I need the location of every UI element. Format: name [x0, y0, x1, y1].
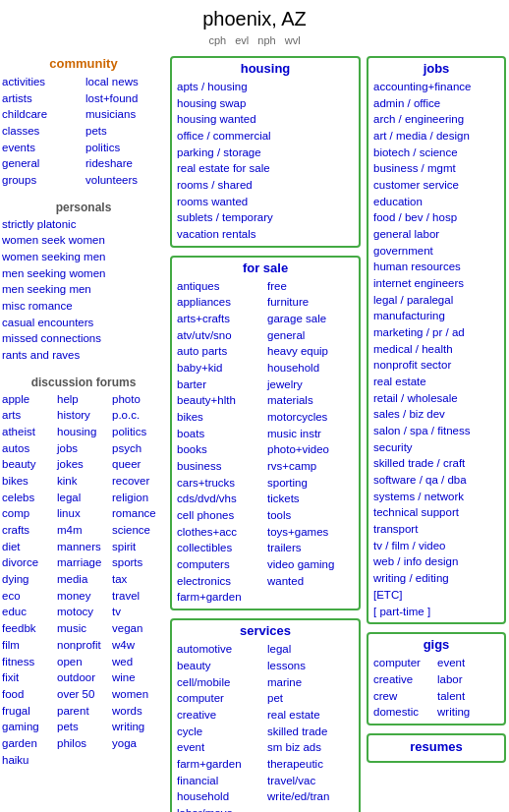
link-pet-svc[interactable]: pet: [267, 690, 354, 707]
link-yoga[interactable]: yoga: [112, 735, 165, 752]
link-women[interactable]: women: [112, 686, 165, 703]
link-customer-service[interactable]: customer service: [373, 177, 499, 194]
link-accounting[interactable]: accounting+finance: [373, 79, 499, 95]
link-marine[interactable]: marine: [267, 674, 354, 691]
link-comp[interactable]: comp: [2, 505, 55, 522]
link-cds-dvd[interactable]: cds/dvd/vhs: [177, 491, 263, 507]
link-arch-eng[interactable]: arch / engineering: [373, 111, 499, 128]
link-science[interactable]: science: [112, 522, 165, 539]
link-etc[interactable]: [ETC]: [373, 587, 499, 604]
link-creative-svc[interactable]: creative: [177, 707, 263, 724]
link-jobs[interactable]: jobs: [57, 440, 110, 457]
link-m4m[interactable]: m4m: [57, 522, 110, 539]
link-writing-gig[interactable]: writing: [437, 704, 499, 721]
link-tax[interactable]: tax: [112, 571, 165, 588]
link-diet[interactable]: diet: [2, 539, 55, 555]
link-security[interactable]: security: [373, 439, 499, 456]
link-cycle[interactable]: cycle: [177, 724, 263, 740]
link-classes[interactable]: classes: [2, 123, 82, 140]
link-bikes-fs[interactable]: bikes: [177, 409, 263, 426]
link-lostfound[interactable]: lost+found: [85, 90, 165, 107]
link-garden[interactable]: garden: [2, 735, 55, 752]
link-auto-parts[interactable]: auto parts: [177, 343, 263, 360]
link-skilled-trade-svc[interactable]: skilled trade: [267, 724, 354, 740]
link-sublets[interactable]: sublets / temporary: [177, 209, 354, 226]
link-sales-biz[interactable]: sales / biz dev: [373, 406, 499, 423]
link-motorcycles[interactable]: motorcycles: [267, 409, 354, 426]
link-volunteers[interactable]: volunteers: [85, 172, 165, 189]
link-poc[interactable]: p.o.c.: [112, 407, 165, 424]
link-barter[interactable]: barter: [177, 377, 263, 393]
link-travel-vac[interactable]: travel/vac: [267, 773, 354, 789]
link-toys-games[interactable]: toys+games: [267, 524, 354, 541]
link-skilled-trade-job[interactable]: skilled trade / craft: [373, 455, 499, 472]
link-apts[interactable]: apts / housing: [177, 79, 354, 95]
link-parking[interactable]: parking / storage: [177, 145, 354, 161]
link-educ[interactable]: educ: [2, 604, 55, 620]
link-religion[interactable]: religion: [112, 490, 165, 506]
link-tv[interactable]: tv: [112, 604, 165, 620]
link-part-time[interactable]: [ part-time ]: [373, 604, 499, 620]
link-appliances[interactable]: appliances: [177, 294, 263, 311]
link-legal[interactable]: legal: [57, 490, 110, 506]
link-technical-support[interactable]: technical support: [373, 504, 499, 521]
link-activities[interactable]: activities: [2, 74, 82, 90]
resumes-section[interactable]: resumes: [367, 733, 506, 763]
header-link-wvl[interactable]: wvl: [285, 34, 301, 46]
link-rooms-shared[interactable]: rooms / shared: [177, 177, 354, 194]
link-biotech[interactable]: biotech / science: [373, 145, 499, 161]
link-autos[interactable]: autos: [2, 440, 55, 457]
link-over50[interactable]: over 50: [57, 686, 110, 703]
link-general-labor[interactable]: general labor: [373, 226, 499, 243]
link-therapeutic[interactable]: therapeutic: [267, 756, 354, 773]
link-tv-film[interactable]: tv / film / video: [373, 538, 499, 554]
link-pets-forum[interactable]: pets: [57, 719, 110, 735]
link-events[interactable]: events: [2, 140, 82, 156]
link-rvs-camp[interactable]: rvs+camp: [267, 458, 354, 475]
link-computers[interactable]: computers: [177, 556, 263, 573]
link-medical-health[interactable]: medical / health: [373, 341, 499, 358]
link-travel[interactable]: travel: [112, 588, 165, 605]
link-parent[interactable]: parent: [57, 703, 110, 720]
link-queer[interactable]: queer: [112, 456, 165, 473]
link-bikes[interactable]: bikes: [2, 473, 55, 490]
link-boats[interactable]: boats: [177, 426, 263, 442]
link-feedbk[interactable]: feedbk: [2, 620, 55, 637]
link-linux[interactable]: linux: [57, 505, 110, 522]
header-link-cph[interactable]: cph: [208, 34, 226, 46]
link-internet-eng[interactable]: internet engineers: [373, 275, 499, 292]
link-spirit[interactable]: spirit: [112, 539, 165, 555]
link-systems-network[interactable]: systems / network: [373, 489, 499, 505]
link-atheist[interactable]: atheist: [2, 424, 55, 440]
link-nonprofit-sector[interactable]: nonprofit sector: [373, 357, 499, 374]
link-cell-phones[interactable]: cell phones: [177, 507, 263, 524]
link-web-info[interactable]: web / info design: [373, 553, 499, 570]
link-men-seeking-women[interactable]: men seeking women: [2, 265, 165, 282]
link-beauty[interactable]: beauty: [2, 456, 55, 473]
link-housing-swap[interactable]: housing swap: [177, 95, 354, 112]
link-w4w[interactable]: w4w: [112, 637, 165, 654]
link-electronics[interactable]: electronics: [177, 573, 263, 590]
link-writing[interactable]: writing: [112, 719, 165, 735]
link-education[interactable]: education: [373, 194, 499, 210]
link-politics[interactable]: politics: [85, 140, 165, 156]
link-marketing[interactable]: marketing / pr / ad: [373, 324, 499, 341]
link-pets[interactable]: pets: [85, 123, 165, 140]
link-rideshare[interactable]: rideshare: [85, 155, 165, 172]
link-localnews[interactable]: local news: [85, 74, 165, 90]
link-general[interactable]: general: [2, 155, 82, 172]
link-music-instr[interactable]: music instr: [267, 426, 354, 442]
link-event-svc[interactable]: event: [177, 739, 263, 756]
link-musicians[interactable]: musicians: [85, 106, 165, 123]
link-manufacturing[interactable]: manufacturing: [373, 308, 499, 324]
link-admin[interactable]: admin / office: [373, 95, 499, 112]
link-art-media[interactable]: art / media / design: [373, 128, 499, 145]
link-help[interactable]: help: [57, 391, 110, 408]
link-women-seek-women[interactable]: women seek women: [2, 232, 165, 249]
link-free[interactable]: free: [267, 278, 354, 295]
link-history[interactable]: history: [57, 407, 110, 424]
link-talent-gig[interactable]: talent: [437, 688, 499, 705]
link-crew-gig[interactable]: crew: [373, 688, 435, 705]
link-event-gig[interactable]: event: [437, 655, 499, 671]
link-gaming[interactable]: gaming: [2, 719, 55, 735]
